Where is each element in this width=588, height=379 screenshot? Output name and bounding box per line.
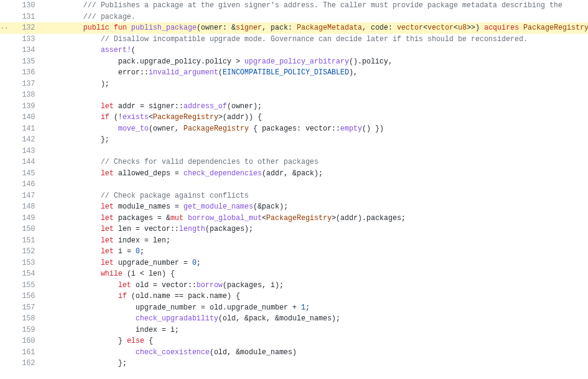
code-content[interactable]: let upgrade_number = 0;: [44, 258, 588, 269]
line-number[interactable]: 143: [8, 146, 44, 157]
code-line[interactable]: 160 } else {: [0, 335, 588, 347]
code-line[interactable]: 140 if (!exists<PackageRegistry>(addr)) …: [0, 112, 588, 123]
line-number[interactable]: 138: [8, 89, 44, 101]
line-number[interactable]: 153: [8, 258, 44, 269]
code-line[interactable]: 134 assert!(: [0, 45, 588, 56]
line-number[interactable]: 135: [8, 56, 44, 68]
code-line[interactable]: 144 // Checks for valid dependencies to …: [0, 157, 588, 168]
code-line[interactable]: 158 check_upgradability(old, &pack, &mod…: [0, 313, 588, 325]
code-line[interactable]: 143: [0, 146, 588, 157]
code-content[interactable]: while (i < len) {: [44, 268, 588, 280]
line-number[interactable]: 148: [8, 201, 44, 213]
line-number[interactable]: 130: [8, 0, 44, 11]
code-line[interactable]: 149 let packages = &mut borrow_global_mu…: [0, 213, 588, 224]
line-number[interactable]: 142: [8, 134, 44, 146]
line-number[interactable]: 157: [8, 302, 44, 314]
code-content[interactable]: let old = vector::borrow(packages, i);: [44, 280, 588, 291]
line-number[interactable]: 137: [8, 79, 44, 90]
code-line[interactable]: 147 // Check package against conflicts: [0, 190, 588, 202]
code-content[interactable]: upgrade_number = old.upgrade_number + 1;: [44, 302, 588, 314]
line-number[interactable]: 150: [8, 224, 44, 235]
code-line[interactable]: 157 upgrade_number = old.upgrade_number …: [0, 302, 588, 314]
code-line[interactable]: 155 let old = vector::borrow(packages, i…: [0, 280, 588, 291]
code-line[interactable]: 130 /// Publishes a package at the given…: [0, 0, 588, 11]
line-number[interactable]: 162: [8, 358, 44, 369]
code-line[interactable]: 152 let i = 0;: [0, 246, 588, 258]
code-content[interactable]: // Check package against conflicts: [44, 190, 588, 202]
code-content[interactable]: pack.upgrade_policy.policy > upgrade_pol…: [44, 56, 588, 68]
line-number[interactable]: 133: [8, 34, 44, 45]
line-number[interactable]: 149: [8, 213, 44, 224]
line-number[interactable]: 140: [8, 112, 44, 123]
line-number[interactable]: 132: [8, 22, 44, 34]
code-line[interactable]: 139 let addr = signer::address_of(owner)…: [0, 101, 588, 112]
code-line[interactable]: 148 let module_names = get_module_names(…: [0, 201, 588, 213]
code-line[interactable]: 142 };: [0, 134, 588, 146]
code-content[interactable]: let addr = signer::address_of(owner);: [44, 101, 588, 112]
code-line[interactable]: 136 error::invalid_argument(EINCOMPATIBL…: [0, 67, 588, 79]
line-number[interactable]: 152: [8, 246, 44, 258]
code-content[interactable]: let index = len;: [44, 235, 588, 247]
line-number[interactable]: 146: [8, 179, 44, 190]
code-line[interactable]: 161 check_coexistence(old, &module_names…: [0, 347, 588, 358]
code-line[interactable]: 156 if (old.name == pack.name) {: [0, 291, 588, 302]
token: PackageRegistry: [266, 214, 332, 222]
line-number[interactable]: 144: [8, 157, 44, 168]
code-content[interactable]: index = i;: [44, 325, 588, 336]
line-number[interactable]: 158: [8, 313, 44, 325]
code-line[interactable]: 138: [0, 89, 588, 101]
line-number[interactable]: 155: [8, 280, 44, 291]
code-content[interactable]: check_coexistence(old, &module_names): [44, 347, 588, 358]
code-content[interactable]: error::invalid_argument(EINCOMPATIBLE_PO…: [44, 67, 588, 79]
code-content[interactable]: let module_names = get_module_names(&pac…: [44, 201, 588, 213]
line-number[interactable]: 154: [8, 268, 44, 280]
code-line[interactable]: ··132 public fun publish_package(owner: …: [0, 22, 588, 34]
code-content[interactable]: };: [44, 134, 588, 146]
token: [519, 24, 523, 32]
code-line[interactable]: 137 );: [0, 79, 588, 90]
code-line[interactable]: 133 // Disallow incompatible upgrade mod…: [0, 34, 588, 45]
code-line[interactable]: 154 while (i < len) {: [0, 268, 588, 280]
line-number[interactable]: 145: [8, 168, 44, 180]
code-content[interactable]: if (old.name == pack.name) {: [44, 291, 588, 302]
code-content[interactable]: let len = vector::length(packages);: [44, 224, 588, 235]
line-number[interactable]: 151: [8, 235, 44, 247]
code-line[interactable]: 153 let upgrade_number = 0;: [0, 258, 588, 269]
code-content[interactable]: let i = 0;: [44, 246, 588, 258]
line-number[interactable]: 136: [8, 67, 44, 79]
code-content[interactable]: // Disallow incompatible upgrade mode. G…: [44, 34, 588, 45]
code-content[interactable]: let packages = &mut borrow_global_mut<Pa…: [44, 213, 588, 224]
code-line[interactable]: 151 let index = len;: [0, 235, 588, 247]
token: (owner,: [149, 125, 184, 133]
line-number[interactable]: 131: [8, 11, 44, 23]
code-content[interactable]: /// package.: [44, 11, 588, 23]
line-number[interactable]: 141: [8, 123, 44, 135]
code-line[interactable]: 141 move_to(owner, PackageRegistry { pac…: [0, 123, 588, 135]
code-line[interactable]: 145 let allowed_deps = check_dependencie…: [0, 168, 588, 180]
token: check_upgradability: [136, 314, 218, 323]
code-line[interactable]: 135 pack.upgrade_policy.policy > upgrade…: [0, 56, 588, 68]
code-content[interactable]: } else {: [44, 335, 588, 347]
code-content[interactable]: public fun publish_package(owner: &signe…: [44, 22, 588, 34]
code-content[interactable]: let allowed_deps = check_dependencies(ad…: [44, 168, 588, 180]
line-number[interactable]: 139: [8, 101, 44, 112]
code-line[interactable]: 131 /// package.: [0, 11, 588, 23]
code-line[interactable]: 146: [0, 179, 588, 190]
code-content[interactable]: if (!exists<PackageRegistry>(addr)) {: [44, 112, 588, 123]
code-content[interactable]: };: [44, 358, 588, 369]
code-line[interactable]: 150 let len = vector::length(packages);: [0, 224, 588, 235]
code-content[interactable]: /// Publishes a package at the given sig…: [44, 0, 588, 11]
line-number[interactable]: 159: [8, 325, 44, 336]
code-content[interactable]: // Checks for valid dependencies to othe…: [44, 157, 588, 168]
line-number[interactable]: 161: [8, 347, 44, 358]
code-content[interactable]: check_upgradability(old, &pack, &module_…: [44, 313, 588, 325]
code-content[interactable]: assert!(: [44, 45, 588, 56]
code-content[interactable]: move_to(owner, PackageRegistry { package…: [44, 123, 588, 135]
code-content[interactable]: );: [44, 79, 588, 90]
line-number[interactable]: 134: [8, 45, 44, 56]
line-number[interactable]: 160: [8, 335, 44, 347]
line-number[interactable]: 156: [8, 291, 44, 302]
code-line[interactable]: 162 };: [0, 358, 588, 369]
line-number[interactable]: 147: [8, 190, 44, 202]
code-line[interactable]: 159 index = i;: [0, 325, 588, 336]
